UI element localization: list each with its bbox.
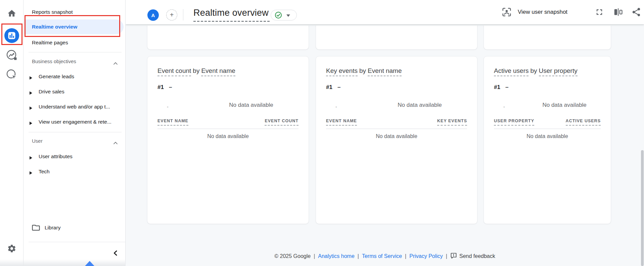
rank-label: #1 [326, 84, 332, 90]
card-title-metric-link[interactable]: Key events [326, 67, 358, 76]
library-icon [32, 224, 40, 232]
home-icon [7, 13, 16, 19]
card-title-dimension-link[interactable]: Event name [368, 67, 402, 76]
sidebar-item-user-attributes[interactable]: User attributes [39, 152, 73, 161]
verified-icon [275, 11, 282, 19]
footer-separator: | [405, 253, 406, 259]
add-comparison-button[interactable]: + [166, 9, 177, 20]
chart-empty-message: No data available [204, 102, 298, 108]
column-header-dimension[interactable]: USER PROPERTY [494, 119, 534, 126]
add-icon: + [170, 11, 174, 19]
rank-row: #1– [494, 84, 508, 91]
page-title-underline [193, 21, 270, 22]
report-status-dropdown[interactable] [271, 10, 297, 20]
card-title-dimension-link[interactable]: Event name [201, 67, 235, 76]
explore-nav-button[interactable] [6, 49, 18, 62]
column-header-metric[interactable]: KEY EVENTS [437, 119, 467, 126]
card-title-connector: by [193, 67, 199, 74]
card-title-connector: by [359, 67, 366, 74]
row-placeholder: - [503, 104, 505, 109]
sidebar-divider [29, 132, 122, 132]
footer-separator: | [358, 253, 359, 259]
caret-down-icon [286, 12, 290, 18]
footer-link-terms-of-service[interactable]: Terms of Service [362, 253, 402, 259]
fullscreen-button[interactable] [595, 0, 604, 24]
table-rule [326, 129, 467, 129]
tooltip-arrow [85, 261, 94, 266]
view-user-snapshot-label[interactable]: View user snapshot [518, 0, 567, 24]
rank-label: #1 [157, 84, 164, 90]
page-title[interactable]: Realtime overview [193, 8, 269, 18]
advertising-nav-button[interactable] [6, 69, 18, 82]
expand-item-icon[interactable] [30, 75, 32, 81]
card-key-events-by-event-name: Key eventsbyEvent name #1– - No data ava… [316, 56, 477, 224]
table-header-row: EVENT NAME EVENT COUNT [157, 119, 298, 126]
chart-empty-message: No data available [528, 102, 601, 108]
card-active-users-by-user-property: Active usersbyUser property #1– - No dat… [484, 56, 611, 224]
send-feedback-label: Send feedback [459, 253, 495, 259]
table-empty-message: No data available [484, 133, 611, 139]
settings-icon [7, 249, 16, 254]
footer-link-analytics-home[interactable]: Analytics home [318, 253, 355, 259]
footer-link-privacy-policy[interactable]: Privacy Policy [409, 253, 443, 259]
sidebar-item-understand-web-app[interactable]: Understand web and/or app t... [39, 103, 110, 111]
expand-item-icon[interactable] [30, 105, 32, 111]
sidebar-item-drive-sales[interactable]: Drive sales [39, 88, 64, 96]
partial-card-2 [316, 26, 477, 50]
home-nav-button[interactable] [7, 9, 16, 19]
collapse-section-icon[interactable] [113, 60, 118, 66]
comparison-button[interactable] [613, 0, 624, 24]
rank-value: – [169, 84, 172, 90]
feedback-icon [450, 252, 457, 260]
send-feedback-button[interactable]: Send feedback [450, 252, 495, 260]
sidebar-section-business-objectives[interactable]: Business objectives [32, 58, 76, 65]
sidebar-bottom-fade [0, 259, 126, 266]
footer-separator: | [446, 253, 447, 259]
card-title-dimension-link[interactable]: User property [539, 67, 578, 76]
card-title: Event countbyEvent name [157, 67, 235, 75]
sidebar-item-generate-leads[interactable]: Generate leads [39, 73, 74, 81]
card-event-count-by-event-name: Event countbyEvent name #1– - No data av… [147, 56, 309, 224]
expand-item-icon[interactable] [30, 120, 32, 126]
column-header-dimension[interactable]: EVENT NAME [157, 119, 188, 126]
column-header-metric[interactable]: EVENT COUNT [265, 119, 298, 126]
admin-settings-button[interactable] [7, 244, 16, 255]
chart-empty-message: No data available [372, 102, 467, 108]
vertical-scrollbar-thumb[interactable] [641, 150, 644, 266]
advertising-icon [6, 76, 18, 82]
sidebar-item-tech[interactable]: Tech [39, 168, 50, 176]
table-empty-message: No data available [147, 133, 309, 139]
reports-sidebar: Reports snapshot Realtime overview Realt… [24, 0, 126, 266]
sidebar-divider [29, 52, 122, 52]
sidebar-item-realtime-pages[interactable]: Realtime pages [32, 39, 68, 47]
partial-card-1 [147, 26, 309, 50]
rank-label: #1 [494, 84, 500, 90]
table-rule [494, 129, 601, 129]
rank-value: – [505, 84, 508, 90]
card-title: Key eventsbyEvent name [326, 67, 402, 75]
explore-icon [6, 56, 18, 62]
expand-item-icon[interactable] [30, 170, 32, 176]
header-divider [183, 9, 183, 20]
column-header-dimension[interactable]: EVENT NAME [326, 119, 357, 126]
expand-item-icon[interactable] [30, 90, 32, 96]
collapse-section-icon[interactable] [113, 140, 118, 146]
sidebar-item-view-user-engagement[interactable]: View user engagement & rete... [39, 118, 111, 126]
partial-card-3 [484, 26, 611, 50]
share-button[interactable] [631, 0, 641, 24]
user-snapshot-icon [502, 7, 512, 17]
card-title: Active usersbyUser property [494, 67, 578, 75]
sidebar-section-user[interactable]: User [32, 137, 43, 145]
table-header-row: USER PROPERTY ACTIVE USERS [494, 119, 601, 126]
collapse-nav-icon[interactable] [113, 250, 119, 257]
card-title-connector: by [530, 67, 537, 74]
card-title-metric-link[interactable]: Event count [157, 67, 191, 76]
card-title-metric-link[interactable]: Active users [494, 67, 528, 76]
expand-item-icon[interactable] [30, 155, 32, 161]
column-header-metric[interactable]: ACTIVE USERS [566, 119, 601, 126]
sidebar-item-library[interactable]: Library [45, 224, 60, 232]
annotation-box-reports-icon [1, 24, 22, 45]
avatar[interactable]: A [147, 9, 159, 21]
table-empty-message: No data available [316, 133, 477, 139]
view-user-snapshot-button[interactable] [502, 0, 512, 24]
